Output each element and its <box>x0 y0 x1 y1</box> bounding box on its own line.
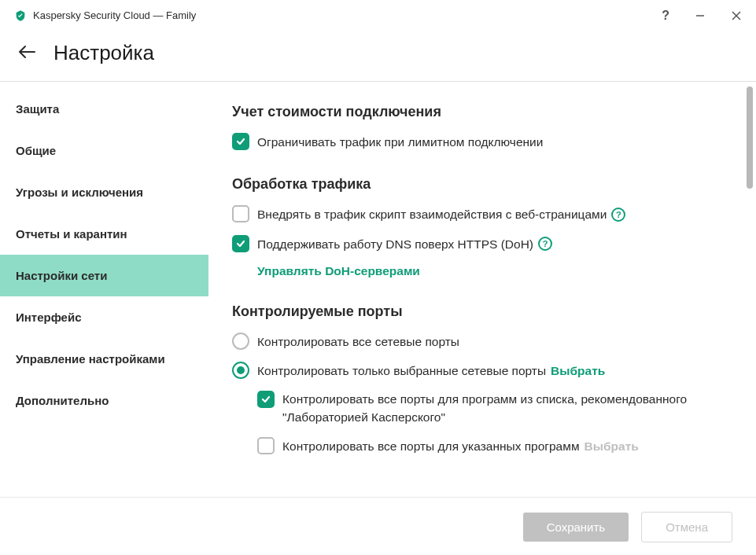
page-header: Настройка <box>0 31 756 82</box>
section-title-ports: Контролируемые порты <box>232 303 732 320</box>
link-select-ports[interactable]: Выбрать <box>551 362 605 380</box>
content-scrollbar[interactable] <box>747 86 753 189</box>
sidebar-item-protection[interactable]: Защита <box>0 88 208 130</box>
option-specified-programs: Контролировать все порты для указанных п… <box>257 437 732 455</box>
titlebar: Kaspersky Security Cloud — Family ? <box>0 0 756 31</box>
option-doh: Поддерживать работу DNS поверх HTTPS (Do… <box>232 235 732 253</box>
label-limit-traffic: Ограничивать трафик при лимитном подключ… <box>257 133 543 151</box>
cancel-button[interactable]: Отмена <box>641 512 732 542</box>
checkbox-limit-traffic[interactable] <box>232 133 249 150</box>
close-icon[interactable] <box>731 10 742 21</box>
option-recommended-programs: Контролировать все порты для программ из… <box>257 391 732 426</box>
checkbox-specified-programs[interactable] <box>257 437 275 454</box>
sidebar-item-additional[interactable]: Дополнительно <box>0 380 208 421</box>
option-all-ports: Контролировать все сетевые порты <box>232 333 732 351</box>
sidebar-item-threats[interactable]: Угрозы и исключения <box>0 171 208 213</box>
radio-all-ports[interactable] <box>232 333 249 350</box>
main-columns: Защита Общие Угрозы и исключения Отчеты … <box>0 82 756 497</box>
page-title: Настройка <box>53 41 154 65</box>
footer: Сохранить Отмена <box>0 497 756 555</box>
back-arrow-icon[interactable] <box>17 45 36 61</box>
sidebar-item-manage[interactable]: Управление настройками <box>0 338 208 380</box>
minimize-icon[interactable] <box>695 10 706 21</box>
label-specified-programs: Контролировать все порты для указанных п… <box>282 437 639 455</box>
save-button[interactable]: Сохранить <box>523 513 629 542</box>
section-traffic-processing: Обработка трафика Внедрять в трафик скри… <box>232 176 732 278</box>
sidebar-item-network[interactable]: Настройки сети <box>0 255 208 296</box>
option-selected-ports: Контролировать только выбранные сетевые … <box>232 362 732 380</box>
label-selected-ports: Контролировать только выбранные сетевые … <box>257 362 605 380</box>
label-doh: Поддерживать работу DNS поверх HTTPS (Do… <box>257 235 552 253</box>
label-inject-script: Внедрять в трафик скрипт взаимодействия … <box>257 205 625 223</box>
section-controlled-ports: Контролируемые порты Контролировать все … <box>232 303 732 456</box>
content-panel: Учет стоимости подключения Ограничивать … <box>208 82 756 497</box>
help-icon[interactable]: ? <box>611 208 625 222</box>
option-limit-traffic: Ограничивать трафик при лимитном подключ… <box>232 133 732 151</box>
help-icon[interactable]: ? <box>538 237 552 251</box>
sidebar-item-reports[interactable]: Отчеты и карантин <box>0 213 208 255</box>
sidebar-item-interface[interactable]: Интерфейс <box>0 296 208 338</box>
help-icon[interactable]: ? <box>662 9 669 23</box>
app-logo-icon <box>14 9 27 22</box>
label-all-ports: Контролировать все сетевые порты <box>257 333 459 351</box>
section-title-traffic: Обработка трафика <box>232 176 732 193</box>
radio-selected-ports[interactable] <box>232 362 249 379</box>
sidebar-item-general[interactable]: Общие <box>0 130 208 171</box>
link-manage-doh[interactable]: Управлять DoH-серверами <box>257 264 732 278</box>
checkbox-doh[interactable] <box>232 235 249 252</box>
label-recommended-programs: Контролировать все порты для программ из… <box>282 391 732 426</box>
link-select-programs: Выбрать <box>585 437 639 455</box>
window-controls: ? <box>662 9 742 23</box>
app-title: Kaspersky Security Cloud — Family <box>33 9 662 21</box>
option-inject-script: Внедрять в трафик скрипт взаимодействия … <box>232 205 732 223</box>
section-title-cost: Учет стоимости подключения <box>232 104 732 120</box>
checkbox-inject-script[interactable] <box>232 205 249 222</box>
section-connection-cost: Учет стоимости подключения Ограничивать … <box>232 104 732 151</box>
sidebar: Защита Общие Угрозы и исключения Отчеты … <box>0 82 208 497</box>
checkbox-recommended-programs[interactable] <box>257 391 275 408</box>
